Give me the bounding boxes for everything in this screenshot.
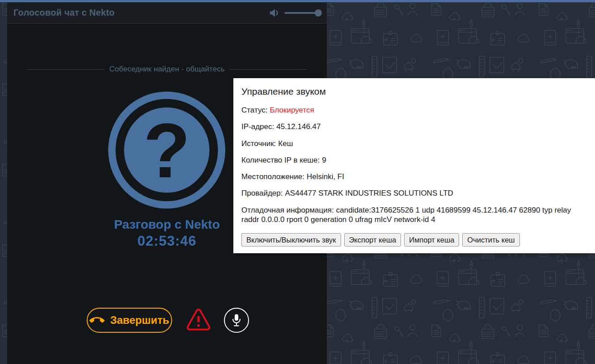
warning-triangle-icon bbox=[186, 308, 211, 333]
ip-value: 45.12.146.47 bbox=[276, 122, 321, 131]
divider-line bbox=[27, 69, 105, 70]
cache-count-value: 9 bbox=[322, 156, 326, 164]
status-banner: Собеседник найден - общайтесь bbox=[105, 65, 229, 74]
info-label: Статус: bbox=[241, 106, 267, 114]
info-row-provider: Провайдер:AS44477 STARK INDUSTRIES SOLUT… bbox=[241, 188, 587, 198]
info-row-location: Местоположение:Helsinki, FI bbox=[241, 172, 587, 181]
volume-control bbox=[269, 8, 321, 18]
info-row-status: Статус:Блокируется bbox=[241, 105, 587, 115]
info-label: Количество IP в кеше: bbox=[241, 156, 320, 164]
status-value: Блокируется bbox=[270, 106, 314, 114]
volume-slider[interactable] bbox=[284, 12, 321, 14]
chat-header: Голосовой чат с Nekto bbox=[7, 2, 327, 24]
info-label: Провайдер: bbox=[241, 189, 283, 197]
provider-value: AS44477 STARK INDUSTRIES SOLUTIONS LTD bbox=[285, 189, 453, 197]
avatar: ? bbox=[108, 92, 225, 209]
end-call-button[interactable]: Завершить bbox=[87, 308, 172, 333]
info-label: Местоположение: bbox=[241, 172, 304, 181]
info-row-debug: Отладочная информация:candidate:31766255… bbox=[241, 205, 587, 225]
import-cache-button[interactable]: Импорт кеша bbox=[404, 233, 459, 247]
top-accent-strip bbox=[0, 0, 595, 2]
sound-panel: Управление звуком Статус:Блокируется IP-… bbox=[233, 78, 595, 253]
volume-slider-knob[interactable] bbox=[315, 9, 322, 17]
end-call-label: Завершить bbox=[110, 314, 169, 326]
chat-title: Голосовой чат с Nekto bbox=[13, 8, 114, 18]
connection-warning[interactable] bbox=[186, 307, 211, 333]
info-label: Источник: bbox=[241, 139, 276, 148]
call-controls: Завершить bbox=[87, 307, 249, 333]
info-row-source: Источник:Кеш bbox=[241, 139, 587, 148]
speaker-icon bbox=[269, 8, 280, 18]
clear-cache-button[interactable]: Очистить кеш bbox=[462, 233, 519, 247]
divider-line bbox=[229, 69, 307, 70]
screen: Голосовой чат с Nekto Собеседник найден … bbox=[0, 0, 595, 364]
info-row-ip: IP-адрес:45.12.146.47 bbox=[241, 122, 587, 131]
info-row-cache-count: Количество IP в кеше:9 bbox=[241, 155, 587, 165]
sound-panel-buttons: Включить/Выключить звук Экспорт кеша Имп… bbox=[241, 233, 587, 247]
status-divider: Собеседник найден - общайтесь bbox=[7, 65, 327, 74]
phone-hangup-icon bbox=[89, 313, 105, 328]
toggle-sound-button[interactable]: Включить/Выключить звук bbox=[241, 233, 341, 247]
source-value: Кеш bbox=[278, 139, 293, 148]
info-label: Отладочная информация: bbox=[241, 206, 334, 214]
info-label: IP-адрес: bbox=[241, 122, 274, 131]
sound-panel-title: Управление звуком bbox=[241, 86, 587, 97]
mic-button[interactable] bbox=[224, 308, 249, 333]
question-mark-glyph: ? bbox=[143, 108, 190, 193]
location-value: Helsinki, FI bbox=[307, 172, 344, 181]
microphone-icon bbox=[231, 314, 242, 327]
export-cache-button[interactable]: Экспорт кеша bbox=[344, 233, 401, 247]
